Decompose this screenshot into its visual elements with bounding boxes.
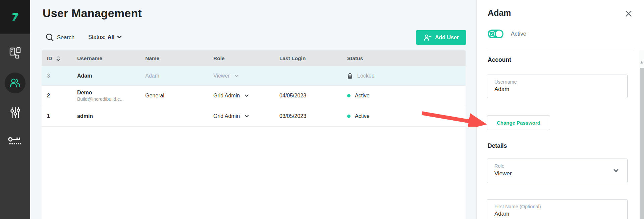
- role-dropdown[interactable]: Grid Admin: [213, 93, 249, 99]
- divider: [487, 49, 635, 49]
- key-icon: [7, 136, 23, 149]
- close-panel-button[interactable]: [624, 9, 633, 18]
- cell-name: General: [145, 93, 164, 99]
- status-badge: Locked: [357, 73, 375, 79]
- sidebar-item-machines[interactable]: [0, 45, 30, 61]
- chevron-down-icon: [613, 169, 619, 172]
- toggle-knob: [496, 31, 502, 37]
- change-password-button[interactable]: Change Password: [487, 115, 550, 130]
- lock-icon: [347, 73, 353, 79]
- cell-id: 2: [47, 93, 50, 99]
- first-name-input[interactable]: [494, 210, 605, 218]
- cell-name: Adam: [145, 73, 159, 79]
- cell-username: admin: [77, 113, 93, 119]
- close-icon: [625, 10, 632, 17]
- active-status-dot: [347, 94, 351, 97]
- cell-username: Adam: [77, 73, 92, 79]
- sort-icon[interactable]: [56, 56, 60, 61]
- status-badge: Active: [355, 93, 370, 99]
- table-row-demo[interactable]: 2 Demo Build@incredibuild.c... General G…: [42, 86, 466, 106]
- active-status-dot: [347, 115, 351, 118]
- scrollbar-thumb[interactable]: [640, 68, 644, 219]
- check-icon: [489, 31, 495, 37]
- column-header-last-login: Last Login: [279, 55, 306, 61]
- role-value: Grid Admin: [213, 113, 240, 119]
- incredibuild-logo-icon: [9, 11, 21, 23]
- cell-last-login: 04/05/2023: [279, 93, 306, 99]
- status-filter-label: Status:: [88, 34, 105, 40]
- sidebar: [0, 0, 30, 219]
- sidebar-item-settings[interactable]: [0, 104, 30, 121]
- sliders-icon: [9, 106, 21, 119]
- search-control[interactable]: Search: [45, 33, 74, 42]
- first-name-field-label: First Name (Optional): [494, 203, 620, 210]
- cell-username: Demo: [77, 89, 124, 96]
- column-header-id: ID: [47, 55, 52, 61]
- cell-id: 3: [47, 73, 50, 79]
- active-toggle[interactable]: [488, 30, 503, 38]
- chevron-down-icon: [234, 75, 239, 77]
- app-window: User Management Search Status: All: [0, 0, 644, 219]
- username-input[interactable]: [494, 85, 605, 93]
- status-filter-value: All: [107, 34, 114, 40]
- username-field[interactable]: Username: [487, 75, 628, 98]
- status-badge: Active: [355, 113, 370, 119]
- users-icon: [9, 77, 21, 89]
- cell-id: 1: [47, 113, 50, 119]
- main-content: User Management Search Status: All: [30, 0, 476, 219]
- add-user-label: Add User: [435, 35, 459, 41]
- chevron-down-icon: [245, 94, 249, 97]
- chevron-down-icon: [117, 36, 122, 39]
- role-dropdown[interactable]: Viewer: [213, 73, 239, 79]
- column-header-username: Username: [77, 55, 102, 61]
- sidebar-item-users[interactable]: [5, 73, 25, 93]
- add-user-icon: [423, 34, 432, 41]
- table-body: 3 Adam Adam Viewer: [42, 66, 466, 127]
- users-table: ID Username Name Role Last Login Status: [42, 50, 466, 219]
- role-dropdown[interactable]: Grid Admin: [213, 113, 249, 119]
- active-toggle-row: Active: [488, 30, 526, 38]
- table-row-admin[interactable]: 1 admin Grid Admin 03/05/2023: [42, 106, 466, 127]
- status-filter-dropdown[interactable]: Status: All: [88, 34, 122, 40]
- first-name-field[interactable]: First Name (Optional): [487, 199, 628, 219]
- page-title: User Management: [43, 7, 142, 20]
- active-toggle-label: Active: [511, 31, 526, 37]
- table-row-adam[interactable]: 3 Adam Adam Viewer: [42, 66, 466, 86]
- chevron-down-icon: [245, 115, 249, 118]
- role-select-value: Viewer: [494, 169, 620, 178]
- column-header-name: Name: [145, 55, 159, 61]
- panel-scrollbar[interactable]: [639, 50, 644, 219]
- panel-title: Adam: [488, 8, 511, 18]
- username-field-label: Username: [494, 79, 620, 85]
- details-section-header: Details: [488, 142, 507, 149]
- role-select[interactable]: Role Viewer: [487, 159, 628, 183]
- cell-email: Build@incredibuild.c...: [77, 96, 124, 102]
- cell-last-login: 03/05/2023: [279, 113, 306, 119]
- scroll-up-arrow-icon[interactable]: [640, 61, 643, 63]
- role-value: Viewer: [213, 73, 230, 79]
- search-label: Search: [57, 34, 74, 41]
- machines-icon: [8, 46, 22, 60]
- column-header-status: Status: [347, 55, 363, 61]
- search-icon: [45, 33, 54, 42]
- user-detail-panel: Adam Active Account Username: [476, 0, 644, 219]
- add-user-button[interactable]: Add User: [416, 30, 466, 45]
- account-section-header: Account: [488, 56, 511, 63]
- column-header-role: Role: [213, 55, 225, 61]
- logo-block[interactable]: [0, 0, 30, 34]
- sidebar-item-license[interactable]: [0, 134, 30, 151]
- role-select-label: Role: [494, 163, 620, 169]
- role-value: Grid Admin: [213, 93, 240, 99]
- table-header-row: ID Username Name Role Last Login Status: [42, 50, 466, 66]
